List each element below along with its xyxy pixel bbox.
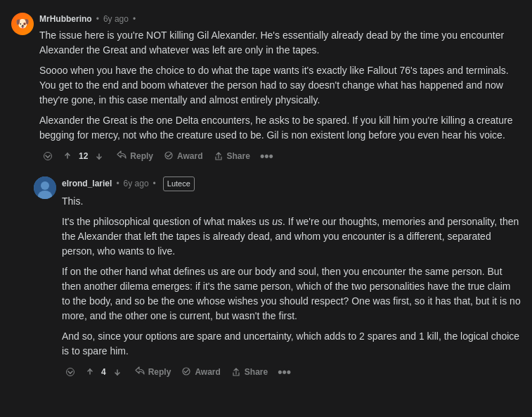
flair-elr: Lutece (163, 177, 195, 191)
comment-elr: elrond_lariel • 6y ago • Lutece This. It… (0, 171, 532, 387)
award-icon-mrh (163, 150, 174, 162)
vote-section-mrh: 12 (39, 149, 108, 163)
comment-actions-elr: 4 (62, 363, 521, 381)
comment-body-elr: elrond_lariel • 6y ago • Lutece This. It… (62, 177, 521, 381)
para-elr-0: This. (62, 194, 521, 209)
timestamp-mrh: 6y ago (103, 13, 129, 25)
para-mrh-1: Soooo when you have the choice to do wha… (39, 63, 521, 108)
more-button-mrh[interactable]: ••• (256, 147, 278, 165)
downvote2-button-mrh[interactable] (91, 149, 108, 163)
para-mrh-2: Alexander the Great is the one Delta enc… (39, 113, 521, 143)
svg-line-15 (70, 371, 72, 373)
reply-button-elr[interactable]: Reply (130, 364, 176, 380)
share-label-mrh: Share (227, 151, 250, 161)
share-icon-mrh (213, 150, 224, 162)
dot2-elr: • (153, 177, 156, 190)
more-icon-mrh: ••• (260, 150, 273, 162)
share-label-elr: Share (245, 367, 268, 377)
share-icon-elr (231, 366, 242, 378)
dot-elr: • (116, 177, 119, 190)
award-label-elr: Award (195, 367, 220, 377)
share-button-mrh[interactable]: Share (209, 148, 254, 165)
award-icon-elr (181, 366, 192, 378)
comment-actions-mrh: 12 (39, 147, 521, 165)
comment-header-mrh: MrHubberino • 6y ago • (39, 13, 521, 25)
svg-line-2 (48, 155, 50, 158)
downvote2-button-elr[interactable] (109, 365, 126, 379)
more-icon-elr: ••• (278, 366, 291, 378)
dot-mrh: • (96, 13, 99, 25)
downvote2-icon-elr (113, 368, 122, 376)
comment-mrh: 🐶 MrHubberino • 6y ago • The issue here … (0, 7, 532, 171)
award-button-elr[interactable]: Award (176, 364, 224, 380)
avatar-mrh: 🐶 (11, 13, 34, 35)
para-elr-3: And so, since your options are spare and… (62, 329, 521, 359)
share-button-elr[interactable]: Share (226, 364, 272, 380)
para-elr-1: It's the philosophical question of what … (62, 214, 521, 259)
comment-text-mrh: The issue here is you're NOT killing Gil… (39, 28, 521, 143)
svg-point-11 (41, 181, 49, 190)
vote-section-elr: 4 (62, 365, 126, 379)
timestamp-elr: 6y ago (124, 177, 149, 190)
reply-button-mrh[interactable]: Reply (112, 148, 157, 165)
upvote-icon-elr (86, 368, 94, 376)
award-button-mrh[interactable]: Award (159, 148, 207, 165)
reply-icon-elr (134, 366, 145, 378)
comment-text-elr: This. It's the philosophical question of… (62, 194, 521, 359)
vote-count-mrh: 12 (79, 150, 88, 162)
reply-label-elr: Reply (148, 367, 171, 377)
avatar-elr (34, 177, 56, 199)
upvote-button-mrh[interactable] (59, 149, 76, 163)
upvote-button-elr[interactable] (82, 365, 98, 379)
username-mrh[interactable]: MrHubberino (39, 13, 92, 25)
downvote-button-elr[interactable] (62, 365, 79, 379)
more-button-elr[interactable]: ••• (273, 363, 295, 381)
para-elr-2: If on the other hand what defines us are… (62, 264, 521, 323)
comment-thread: 🐶 MrHubberino • 6y ago • The issue here … (0, 0, 532, 394)
dot2-mrh: • (133, 13, 136, 25)
comment-header-elr: elrond_lariel • 6y ago • Lutece (62, 177, 521, 191)
username-elr[interactable]: elrond_lariel (62, 177, 112, 190)
svg-point-13 (67, 368, 74, 376)
downvote-icon-mrh (44, 152, 52, 160)
award-label-mrh: Award (177, 151, 202, 161)
reply-label-mrh: Reply (130, 151, 153, 161)
downvote-button-mrh[interactable] (39, 149, 56, 163)
downvote2-icon-mrh (95, 152, 103, 160)
comment-body-mrh: MrHubberino • 6y ago • The issue here is… (39, 13, 521, 165)
vote-count-elr: 4 (101, 366, 106, 378)
svg-point-0 (44, 153, 52, 160)
upvote-icon-mrh (63, 152, 72, 160)
para-mrh-0: The issue here is you're NOT killing Gil… (39, 28, 521, 58)
reply-icon-mrh (116, 150, 127, 162)
downvote-icon-elr (66, 368, 74, 376)
